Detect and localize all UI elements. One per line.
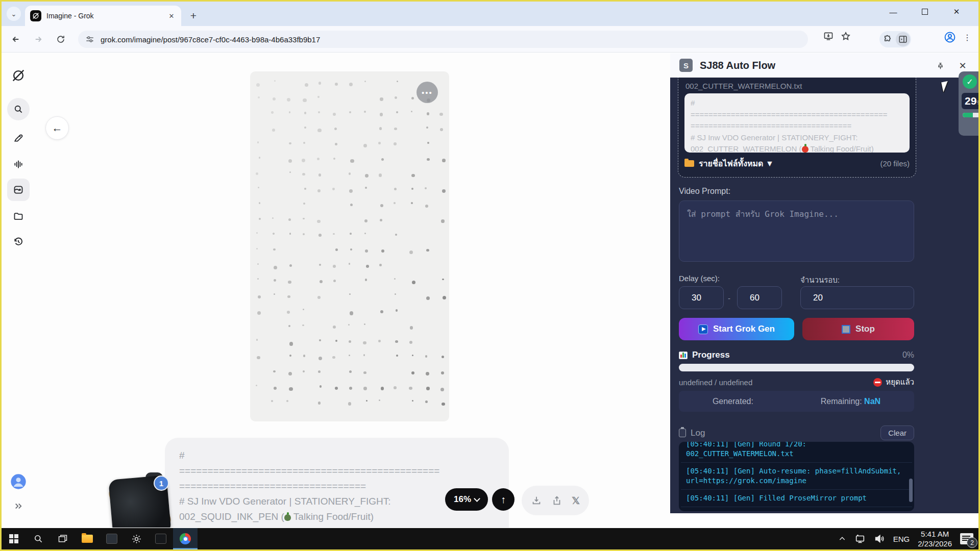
panel-close-icon[interactable]: ✕ (956, 59, 969, 72)
app-window-icon[interactable] (100, 528, 124, 549)
task-view-icon[interactable] (51, 528, 75, 549)
site-settings-icon[interactable] (85, 35, 94, 44)
floating-progress-widget[interactable]: ✓ 29% (959, 71, 980, 136)
user-avatar[interactable] (7, 470, 30, 493)
widget-progress-bar (963, 113, 980, 117)
hidden-icons-chevron[interactable] (838, 535, 846, 543)
stop-button[interactable]: Stop (802, 318, 914, 340)
expand-sidebar-icon[interactable] (7, 495, 30, 517)
progress-label: Progress (692, 350, 730, 360)
imagine-video-icon[interactable] (7, 179, 30, 201)
x-logo-icon[interactable]: 𝕏 (572, 494, 580, 507)
window-restore-button[interactable] (910, 2, 940, 22)
notification-center-icon[interactable]: 2 (960, 533, 973, 544)
clear-log-button[interactable]: Clear (880, 425, 914, 440)
page-back-button[interactable]: ← (45, 116, 69, 140)
voice-waveform-icon[interactable] (7, 153, 30, 176)
widget-percent: 29% (962, 93, 980, 109)
file-preview-box: # ======================================… (684, 93, 910, 153)
browser-tab[interactable]: Imagine - Grok ✕ (25, 6, 181, 26)
rounds-input[interactable] (800, 286, 914, 309)
sj88-logo-icon: S (679, 59, 693, 72)
network-icon[interactable] (854, 533, 866, 544)
log-entry: [05:40:11] [Gen] Auto-resume: phase=fill… (681, 463, 912, 490)
compose-icon[interactable] (7, 127, 30, 149)
install-app-icon[interactable] (823, 31, 834, 41)
system-tray: ENG 5:41 AM 2/23/2026 2 (838, 529, 978, 548)
history-icon[interactable] (7, 231, 30, 253)
stats-box: Generated: Remaining: NaN (679, 391, 914, 412)
language-indicator[interactable]: ENG (893, 535, 910, 543)
log-entry: [05:40:10] [GrokGen] 0/20 — 002_CUTTER_W… (681, 507, 912, 511)
chrome-icon[interactable] (173, 528, 198, 549)
prompt-line: ================================= (179, 479, 495, 494)
tab-search-chevron-icon[interactable]: ⌄ (7, 7, 21, 21)
chevron-down-icon (474, 495, 480, 502)
thumbnail-count-badge: 1 (154, 475, 169, 491)
notepad-app-icon[interactable] (149, 528, 173, 549)
bookmark-star-icon[interactable] (841, 31, 851, 41)
remaining-row: Remaining: NaN (821, 397, 880, 406)
play-icon (698, 324, 708, 334)
log-box[interactable]: [05:40:11] [Gen] Round 1/20: 002_CUTTER_… (679, 442, 914, 511)
prompt-card[interactable]: # ======================================… (165, 438, 509, 528)
url-bar[interactable]: grok.com/imagine/post/967c8ce7-cf0c-4463… (78, 31, 808, 48)
extensions-puzzle-icon[interactable] (880, 32, 895, 46)
search-icon[interactable] (7, 98, 30, 120)
preview-line: # SJ Inw VDO Generator | STATIONERY_FIGH… (691, 132, 903, 144)
menu-kebab-icon[interactable]: ⋮ (963, 33, 971, 42)
settings-gear-icon[interactable] (124, 528, 149, 549)
projects-folder-icon[interactable] (7, 205, 30, 228)
log-scrollbar[interactable] (909, 479, 913, 502)
reload-icon[interactable] (53, 31, 69, 47)
preview-line: ========================================… (691, 109, 903, 121)
remaining-value: NaN (864, 397, 880, 406)
delay-max-input[interactable] (737, 286, 782, 309)
browser-titlebar: ⌄ Imagine - Grok ✕ + — ✕ (2, 2, 978, 26)
back-icon[interactable] (8, 31, 24, 47)
progress-counter-row: undefined / undefined หยุดแล้ว (679, 376, 914, 388)
profile-avatar-icon[interactable] (944, 31, 956, 43)
generation-canvas: ••• (250, 71, 449, 421)
share-icon[interactable] (551, 495, 562, 506)
generated-label: Generated: (713, 397, 753, 406)
current-filename: 002_CUTTER_WATERMELON.txt (685, 82, 909, 90)
download-icon[interactable] (531, 495, 542, 506)
rounds-label: จำนวนรอบ: (800, 274, 840, 286)
taskbar-search-icon[interactable] (26, 528, 51, 549)
more-options-button[interactable]: ••• (416, 82, 438, 103)
video-prompt-input[interactable] (679, 201, 914, 262)
attachment-thumbnail[interactable]: 1 (110, 477, 170, 528)
url-text[interactable]: grok.com/imagine/post/967c8ce7-cf0c-4463… (101, 35, 320, 44)
stopped-status: หยุดแล้ว (886, 376, 914, 388)
start-button[interactable] (2, 528, 26, 549)
file-list-toggle[interactable]: รายชื่อไฟล์ทั้งหมด ▼ (20 files) (684, 157, 910, 170)
delay-label: Delay (sec): (679, 274, 720, 283)
clock[interactable]: 5:41 AM 2/23/2026 (918, 529, 952, 548)
omnibox-actions (823, 31, 851, 41)
notification-badge: 2 (967, 537, 977, 548)
zoom-level-button[interactable]: 16% (445, 488, 488, 511)
delay-min-input[interactable] (679, 286, 724, 309)
file-list-label[interactable]: รายชื่อไฟล์ทั้งหมด ▼ (699, 157, 774, 170)
panel-title: SJ88 Auto Flow (700, 60, 775, 71)
window-minimize-button[interactable]: — (878, 2, 908, 22)
pin-icon[interactable] (934, 59, 947, 72)
tab-close-icon[interactable]: ✕ (167, 11, 176, 20)
volume-icon[interactable] (874, 533, 885, 544)
side-panel-icon[interactable] (896, 32, 910, 46)
log-entry: [05:40:11] [Gen] Round 1/20: 002_CUTTER_… (681, 442, 912, 463)
submit-button[interactable]: ↑ (492, 488, 514, 511)
apple-emoji-icon (802, 146, 808, 153)
prompt-line: ========================================… (179, 463, 495, 479)
forward-icon[interactable] (30, 31, 46, 47)
grok-logo-icon[interactable] (7, 64, 30, 87)
no-entry-icon (873, 378, 882, 387)
file-card: 002_CUTTER_WATERMELON.txt # ============… (678, 78, 916, 178)
window-close-button[interactable]: ✕ (942, 2, 971, 22)
dot-pattern (250, 71, 449, 421)
new-tab-button[interactable]: + (186, 9, 201, 23)
file-explorer-icon[interactable] (75, 528, 100, 549)
delay-separator: - (728, 294, 730, 303)
start-grok-gen-button[interactable]: Start Grok Gen (679, 318, 794, 340)
